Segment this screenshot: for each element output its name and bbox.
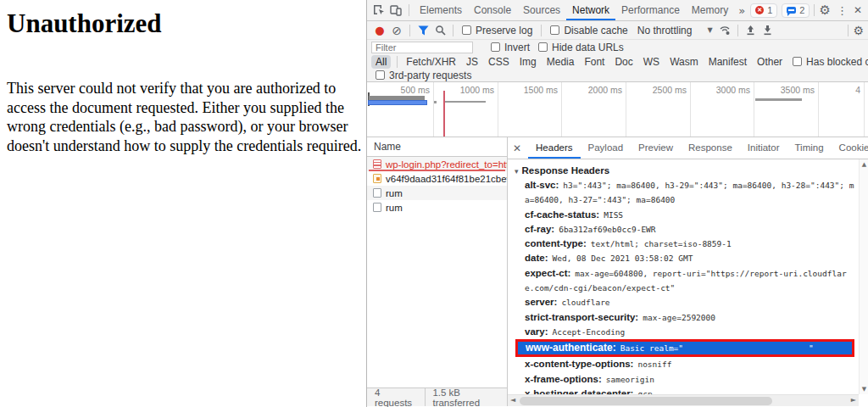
type-filter-font[interactable]: Font [580,55,609,69]
third-party-checkbox[interactable]: 3rd-party requests [376,70,471,81]
header-strict-transport-security: strict-transport-security:max-age=259200… [515,310,855,325]
type-filter-fetchxhr[interactable]: Fetch/XHR [402,55,460,69]
tab-memory[interactable]: Memory [686,0,734,20]
scroll-down-icon[interactable]: ▼ [860,386,868,393]
divider [453,25,453,36]
issues-icon [787,7,796,14]
tab-response[interactable]: Response [681,137,740,159]
type-filter-wasm[interactable]: Wasm [665,55,703,69]
scrollbar-thumb[interactable] [520,397,772,405]
close-devtools-icon[interactable]: ✕ [854,4,862,16]
request-list: Name wp-login.php?redirect_to=htt... v64… [367,137,507,387]
request-row-wp-login[interactable]: wp-login.php?redirect_to=htt... [367,157,507,171]
tab-console[interactable]: Console [468,0,517,20]
request-row-rum-1[interactable]: rum [367,186,507,200]
export-har-icon[interactable] [760,23,776,38]
divider [409,4,409,16]
type-filter-css[interactable]: CSS [484,55,514,69]
issues-count: 2 [799,5,804,15]
divider [425,388,426,406]
tab-network[interactable]: Network [566,0,615,20]
timeline-tick-partial: 4 [804,85,860,95]
type-filter-all[interactable]: All [371,55,391,69]
generic-request-icon [373,188,381,198]
type-filter-media[interactable]: Media [542,55,579,69]
search-icon[interactable] [431,23,448,38]
header-expect-ct: expect-ct:max-age=604800, report-uri="ht… [515,266,855,296]
scroll-right-icon[interactable]: ► [851,396,856,404]
error-count: 1 [767,5,772,15]
type-filter-img[interactable]: Img [515,55,541,69]
tab-performance[interactable]: Performance [615,0,686,20]
script-icon [373,174,381,183]
response-headers-section[interactable]: ▾Response Headers [515,164,855,178]
header-x-frame-options: x-frame-options:sameorigin [515,372,855,387]
tab-preview[interactable]: Preview [631,137,681,159]
request-row-script[interactable]: v64f9daad31f64f81be21cbef6... [367,171,507,186]
scroll-left-icon[interactable]: ◄ [510,396,515,404]
document-error-icon [373,159,381,169]
header-x-content-type-options: x-content-type-options:nosniff [515,357,855,371]
waterfall-bar-blue [368,100,427,105]
type-filter-ws[interactable]: WS [639,55,664,69]
resource-type-filters: All Fetch/XHR JS CSS Img Media Font Doc … [367,54,868,69]
horizontal-scrollbar[interactable]: ◄ ► [508,394,859,406]
type-filter-doc[interactable]: Doc [610,55,637,69]
network-summary-bar: 4 requests 1.5 kB transferred [367,387,507,406]
tab-sources[interactable]: Sources [517,0,566,20]
checkbox-icon [538,42,548,52]
request-row-rum-2[interactable]: rum [367,200,507,215]
generic-request-icon [373,203,381,212]
issues-count-badge[interactable]: 2 [782,3,810,18]
network-settings-gear-icon[interactable]: ⚙ [853,24,864,37]
type-filter-manifest[interactable]: Manifest [704,55,751,69]
invert-checkbox[interactable]: Invert [491,42,530,53]
close-details-icon[interactable]: ✕ [513,142,521,154]
gridline [864,82,865,137]
header-alt-svc: alt-svc:h3=":443"; ma=86400, h3-29=":443… [515,178,855,208]
kebab-menu-icon[interactable]: ⋮ [837,4,848,17]
tab-initiator[interactable]: Initiator [740,137,787,159]
timeline-overview[interactable]: 500 ms 1000 ms 1500 ms 2000 ms 2500 ms 3… [367,82,868,137]
type-filter-js[interactable]: JS [462,55,482,69]
tab-elements[interactable]: Elements [414,0,468,20]
more-tabs-icon[interactable]: » [734,4,749,17]
device-toolbar-icon[interactable] [387,3,404,18]
chevron-down-icon: ▼ [707,26,712,34]
has-blocked-cookies-checkbox[interactable]: Has blocked cookies [793,56,868,68]
checkbox-icon [550,25,559,35]
filter-funnel-icon[interactable] [415,23,431,38]
import-har-icon[interactable] [743,23,760,38]
network-main: Name wp-login.php?redirect_to=htt... v64… [367,137,868,406]
error-count-badge[interactable]: ✕ 1 [750,3,777,18]
throttling-dropdown[interactable]: No throttling ▼ [637,25,713,36]
waterfall-bar-gray [755,98,802,101]
filter-input[interactable] [371,42,473,53]
settings-gear-icon[interactable]: ⚙ [819,3,830,18]
divider [541,25,542,36]
checkbox-icon [462,25,471,35]
tab-payload[interactable]: Payload [581,137,632,159]
inspect-element-icon[interactable] [370,3,387,18]
third-party-row: 3rd-party requests [367,69,868,82]
network-conditions-icon[interactable] [716,23,733,38]
timeline-tick: 2000 ms [566,85,622,95]
disable-cache-checkbox[interactable]: Disable cache [550,25,627,36]
clear-icon[interactable]: ⊘ [388,23,405,38]
checkbox-icon [491,42,500,52]
header-www-authenticate-highlighted[interactable]: www-authenticate:Basic realm="" [518,342,852,354]
tab-timing[interactable]: Timing [787,137,832,159]
timeline-tick: 500 ms [374,85,430,95]
type-filter-other[interactable]: Other [753,55,787,69]
tab-cookies[interactable]: Cookies [832,137,868,159]
vertical-scrollbar[interactable]: ▲ ▼ [859,159,868,394]
gridline [561,82,562,137]
checkbox-icon [793,57,802,66]
name-column-header[interactable]: Name [367,137,507,157]
divider [814,4,815,16]
tab-headers[interactable]: Headers [528,137,580,159]
hide-data-urls-checkbox[interactable]: Hide data URLs [538,42,624,53]
record-icon[interactable]: ● [371,23,388,38]
preserve-log-checkbox[interactable]: Preserve log [462,25,532,36]
scroll-up-icon[interactable]: ▲ [860,161,868,168]
